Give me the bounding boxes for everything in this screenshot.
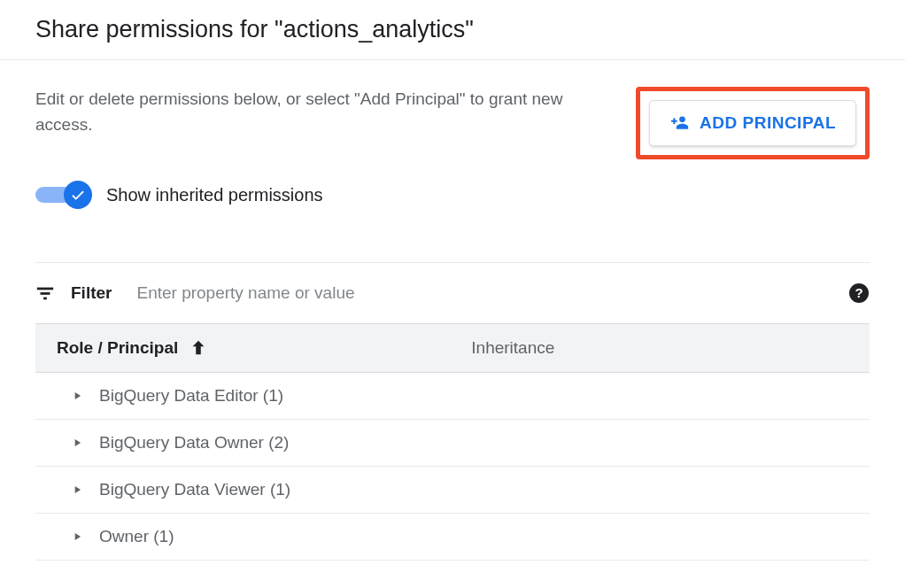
role-label: BigQuery Data Editor (1) [99,386,283,406]
help-icon[interactable]: ? [848,282,870,304]
table-row[interactable]: Owner (1) [35,514,870,561]
sort-ascending-icon [189,338,208,358]
expand-icon[interactable] [71,484,83,496]
description-text: Edit or delete permissions below, or sel… [35,87,584,137]
column-header-inheritance[interactable]: Inheritance [471,338,848,358]
inherited-permissions-toggle[interactable] [35,181,92,209]
table-row[interactable]: BigQuery Data Editor (1) [35,373,870,420]
table-header: Role / Principal Inheritance [35,323,870,373]
filter-icon [35,283,55,303]
top-row: Edit or delete permissions below, or sel… [35,87,870,159]
add-principal-button[interactable]: ADD PRINCIPAL [649,100,856,146]
svg-rect-5 [43,298,47,300]
check-icon [70,187,86,203]
filter-input[interactable] [136,283,832,303]
svg-text:?: ? [855,285,862,300]
toggle-label: Show inherited permissions [106,185,323,205]
role-label: BigQuery Data Owner (2) [99,433,289,453]
toggle-row: Show inherited permissions [35,181,870,209]
filter-row: Filter ? [35,263,870,323]
page-title: Share permissions for "actions_analytics… [35,16,870,43]
svg-rect-2 [673,118,675,124]
role-label: Owner (1) [99,527,174,546]
expand-icon[interactable] [71,390,83,402]
filter-label: Filter [71,283,112,303]
svg-rect-3 [37,288,53,290]
column-header-role[interactable]: Role / Principal [57,338,471,358]
content-area: Edit or delete permissions below, or sel… [0,60,905,561]
expand-icon[interactable] [71,530,83,543]
table-row[interactable]: BigQuery Data Owner (2) [35,420,870,467]
svg-point-0 [679,117,685,123]
permissions-table: Filter ? Role / Principal Inheritance [35,262,870,561]
add-person-icon [669,114,691,132]
highlight-frame: ADD PRINCIPAL [636,87,870,159]
role-label: BigQuery Data Viewer (1) [99,480,290,499]
add-principal-label: ADD PRINCIPAL [700,113,836,133]
expand-icon[interactable] [71,437,83,449]
svg-rect-4 [41,292,50,295]
dialog-header: Share permissions for "actions_analytics… [0,0,905,60]
table-row[interactable]: BigQuery Data Viewer (1) [35,467,870,514]
